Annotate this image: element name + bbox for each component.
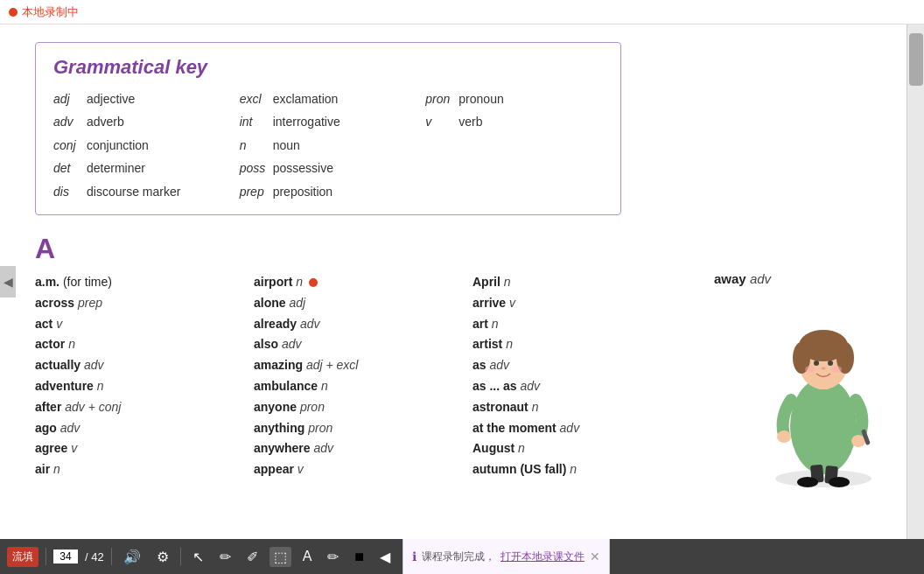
gram-key-row <box>425 136 603 155</box>
text-tool[interactable]: A <box>298 547 317 566</box>
list-item: autumn (US fall) n <box>472 459 691 480</box>
section-letter: A <box>35 233 880 265</box>
red-dot <box>309 278 318 287</box>
list-item: anyone pron <box>254 397 472 418</box>
list-item: ago adv <box>35 418 254 439</box>
color-black[interactable]: ■ <box>350 546 368 568</box>
svg-point-13 <box>777 430 791 443</box>
gram-key-row <box>425 182 603 201</box>
nav-arrow-left[interactable]: ◀ <box>0 266 16 298</box>
eraser-tool[interactable]: ✏ <box>323 547 343 567</box>
word-column-2: airport n alone adj already adv also adv… <box>254 272 472 480</box>
gram-abbr: pron <box>425 89 453 108</box>
gram-abbr: v <box>425 112 453 131</box>
list-item: as adv <box>472 355 691 376</box>
gram-abbr: adv <box>53 112 81 131</box>
recording-indicator: 本地录制中 <box>9 4 79 20</box>
gram-key-row: det determiner <box>53 158 231 178</box>
list-item: already adv <box>254 314 472 335</box>
list-item: anything pron <box>254 418 472 439</box>
gram-abbr: det <box>53 158 81 178</box>
list-item: astronaut n <box>472 397 691 418</box>
gram-key-row: v verb <box>425 112 603 131</box>
list-item: artist n <box>472 334 691 355</box>
list-item: act v <box>35 314 254 335</box>
gram-key-row: prep preposition <box>240 182 417 201</box>
gram-desc: adverb <box>87 112 124 131</box>
list-item: adventure n <box>35 376 254 397</box>
list-item: ambulance n <box>254 376 472 397</box>
gram-key-row: int interrogative <box>240 112 417 131</box>
list-item: across prep <box>35 293 254 314</box>
away-word: away adv <box>714 271 880 286</box>
list-item: airport n <box>254 272 472 293</box>
settings-button[interactable]: ⚙ <box>152 547 173 567</box>
gram-key-grid: adj adjective excl exclamation pron pron… <box>53 89 603 201</box>
gram-abbr: prep <box>240 182 268 201</box>
gram-desc: pronoun <box>458 89 503 108</box>
recording-dot <box>9 8 18 17</box>
gram-abbr: dis <box>53 182 81 201</box>
select-tool[interactable]: ⬚ <box>270 547 291 567</box>
gram-desc: exclamation <box>273 89 339 108</box>
gram-abbr: int <box>240 112 268 131</box>
page-input[interactable] <box>53 550 78 564</box>
list-item: art n <box>472 314 691 335</box>
status-text: 课程录制完成， <box>422 550 495 564</box>
collapse-button[interactable]: ◀ <box>375 547 395 567</box>
fill-label-button[interactable]: 流填 <box>7 547 38 567</box>
status-link[interactable]: 打开本地录课文件 <box>500 550 584 564</box>
svg-point-9 <box>828 360 833 366</box>
main-content: ◀ Grammatical key adj adjective excl exc… <box>0 24 906 539</box>
cursor-tool[interactable]: ↖ <box>188 547 208 567</box>
gram-key-title: Grammatical key <box>53 56 603 79</box>
gram-desc: adjective <box>87 89 135 108</box>
separator <box>46 548 46 565</box>
bottom-toolbar: 流填 / 42 🔊 ⚙ ↖ ✏ ✐ ⬚ A ✏ ■ ◀ ℹ 课程录制完成， 打开… <box>0 539 924 574</box>
list-item: August n <box>472 438 691 459</box>
gram-abbr: conj <box>53 136 81 155</box>
gram-key-row: excl exclamation <box>240 89 417 108</box>
list-item: actor n <box>35 334 254 355</box>
list-item: April n <box>472 272 691 293</box>
list-item: at the moment adv <box>472 418 691 439</box>
list-item: actually adv <box>35 355 254 376</box>
recording-label: 本地录制中 <box>22 4 79 20</box>
list-item: air n <box>35 459 254 480</box>
gram-desc: verb <box>458 112 482 131</box>
word-column-3: April n arrive v art n artist n as adv a… <box>472 272 691 480</box>
gram-key-row: poss possessive <box>240 158 417 178</box>
status-close-button[interactable]: ✕ <box>590 550 600 564</box>
list-item: arrive v <box>472 293 691 314</box>
word-column-1: a.m. (for time) across prep act v actor … <box>35 272 254 480</box>
highlighter-tool[interactable]: ✐ <box>242 547 262 567</box>
list-item: alone adj <box>254 293 472 314</box>
list-item: agree v <box>35 438 254 459</box>
svg-point-19 <box>829 477 850 487</box>
page-total: / 42 <box>85 550 104 564</box>
gram-key-row: adv adverb <box>53 112 231 131</box>
list-item: amazing adj + excl <box>254 355 472 376</box>
gram-desc: determiner <box>87 158 145 178</box>
gram-key-row: conj conjunction <box>53 136 231 155</box>
gram-key-row: pron pronoun <box>425 89 603 108</box>
gram-desc: possessive <box>273 158 333 178</box>
gram-key-row: adj adjective <box>53 89 231 108</box>
list-item: anywhere adv <box>254 438 472 459</box>
scrollbar-thumb[interactable] <box>909 33 923 86</box>
scrollbar[interactable] <box>906 24 924 539</box>
gram-key-row <box>425 158 603 178</box>
gram-abbr: excl <box>240 89 268 108</box>
gram-abbr: n <box>240 136 268 155</box>
character-illustration: away adv <box>766 271 880 491</box>
character-svg <box>766 295 880 487</box>
gram-key-row: n noun <box>240 136 417 155</box>
separator <box>111 548 112 565</box>
status-bar: ℹ 课程录制完成， 打开本地录课文件 ✕ <box>402 539 610 574</box>
gram-abbr: poss <box>240 158 268 178</box>
pen-tool[interactable]: ✏ <box>215 547 235 567</box>
list-item: as ... as adv <box>472 376 691 397</box>
svg-point-11 <box>831 366 842 373</box>
sound-button[interactable]: 🔊 <box>119 547 145 567</box>
top-bar: 本地录制中 <box>0 0 924 24</box>
